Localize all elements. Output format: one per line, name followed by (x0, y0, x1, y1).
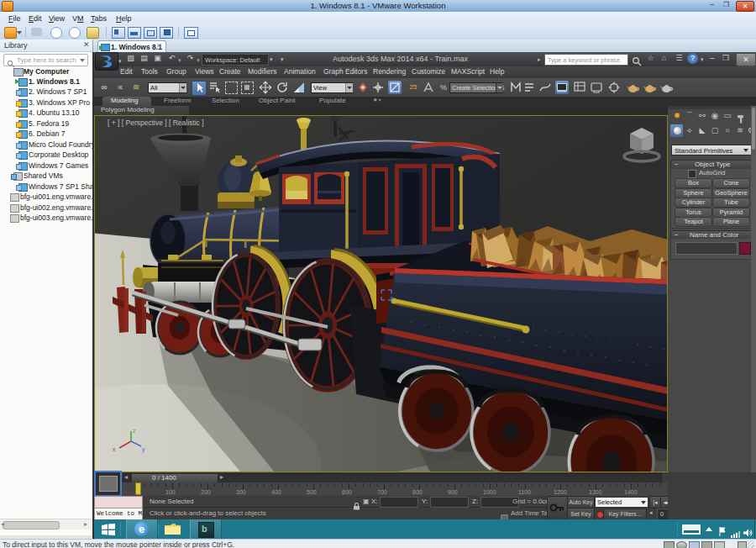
svg-text:[ + ] [ Perspective ] [ Real: [ + ] [ Perspective ] [ Realistic ] (108, 119, 204, 127)
svg-text:x: x (113, 446, 116, 452)
svg-text:y: y (142, 446, 145, 453)
svg-text:z: z (133, 428, 136, 434)
